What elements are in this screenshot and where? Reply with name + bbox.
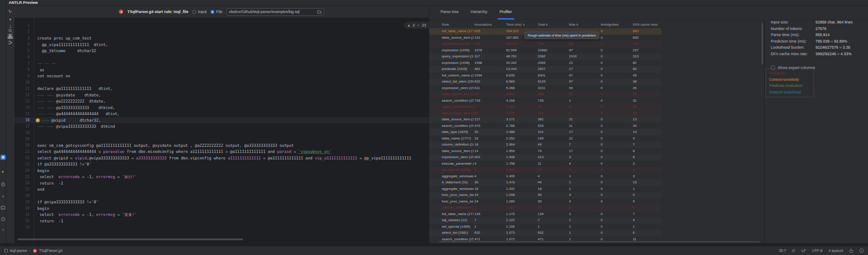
unlock-icon[interactable] <box>849 248 853 253</box>
branch-icon[interactable]: Y <box>0 227 6 232</box>
profiler-row[interactable]: full_table_name (1773)1391.179139107 <box>429 211 661 218</box>
radio-on-icon[interactable] <box>210 10 214 14</box>
profiler-row[interactable]: expression_elem (1590)6115.266321199026 <box>429 85 661 92</box>
code-line[interactable]: 12——— ——— @sysdate dtdate, <box>14 92 429 99</box>
profiler-row[interactable]: query_specification (…74.101298219 <box>429 104 661 110</box>
column-header[interactable]: Rule <box>442 23 473 26</box>
profiler-row[interactable]: expression_elem (1589)4021.948413308 <box>429 154 661 161</box>
code-line[interactable]: 1 <box>14 23 429 29</box>
editor-horizontal-scrollbar[interactable] <box>17 238 243 240</box>
profiler-row[interactable]: if_statement (31)351.476441015 <box>429 179 661 186</box>
code-line[interactable]: 22select @vipid = vipid,@vipa33333333333… <box>14 155 429 162</box>
antlr-preview-icon[interactable]: ▣ <box>0 155 6 160</box>
structure-icon[interactable] <box>7 40 13 45</box>
indent-setting[interactable]: 4 spaces <box>829 248 843 253</box>
table-horizontal-scrollbar[interactable] <box>439 241 760 242</box>
column-header[interactable]: Total k <box>538 23 548 26</box>
profiler-row[interactable]: select_list_elem (1592)6326.669612997038 <box>429 79 661 85</box>
code-line[interactable]: 18 <box>14 130 429 136</box>
code-line[interactable]: 31 select errorcode = -1, errormsg = '准备… <box>14 212 429 218</box>
profiler-table-header[interactable]: RuleInvocationsTime (ms)∨Total kMax kAmb… <box>429 23 759 28</box>
notifications-icon[interactable]: ! <box>859 248 864 253</box>
code-line[interactable]: 16 ——— @vipid dtchar32, <box>14 117 429 124</box>
code-line[interactable]: 32 return -1 <box>14 218 429 225</box>
profiler-row[interactable]: sql_clauses (12)71.1227104 <box>429 217 661 224</box>
profiler-row[interactable]: execute_statement (…31.22228619 <box>429 205 661 211</box>
code-line[interactable]: 23if @a333333333333 !='0' <box>14 161 429 168</box>
column-header[interactable]: Ambiguities <box>601 23 618 26</box>
code-line[interactable]: 9set nocount on <box>14 73 429 79</box>
code-line[interactable]: 5 @p_tblname dtchar32 <box>14 48 429 54</box>
file-path-input[interactable]: ebelice/Github/tsql-parser/examples/big.… <box>227 8 324 16</box>
code-line[interactable]: 27end <box>14 186 429 193</box>
profiler-row[interactable]: search_condition (1519)7354.1587351031 <box>429 98 661 104</box>
inspections-widget[interactable]: ▲ 2 ✓ 23 ∧ ∨ <box>404 22 429 29</box>
stop-icon[interactable]: ■ <box>7 17 13 22</box>
radio-off-icon[interactable] <box>192 10 196 14</box>
refresh-icon[interactable]: ↻ <box>7 9 13 14</box>
code-line[interactable]: 2 <box>14 29 429 36</box>
profiler-row[interactable]: data_type (1829)322.48811417014 <box>429 129 661 136</box>
editor[interactable]: TSqlParser.g4 start rule: tsql_file Inpu… <box>14 6 429 243</box>
code-line[interactable]: 6 <box>14 54 429 61</box>
column-header[interactable]: Invocations <box>474 23 492 26</box>
search-icon[interactable] <box>7 28 13 33</box>
profiler-row[interactable]: aggregate_windowed…181.33118101 <box>429 186 661 192</box>
profiler-row[interactable]: set_special (1483)11.54514516 <box>429 167 661 173</box>
code-line[interactable]: 20exec nb_com_getsysconfig @a11111111111… <box>14 142 429 149</box>
code-line[interactable]: 25 select errorcode = -1, errormsg = '执行… <box>14 174 429 180</box>
caret-position[interactable]: 30:7 <box>779 248 786 253</box>
code-line[interactable]: 3create proc up_com_test <box>14 35 429 42</box>
profiler-row[interactable]: table_source_item (15…744.82938815446 <box>429 91 661 98</box>
folder-icon[interactable] <box>317 10 322 14</box>
profiler-row[interactable]: set_special (1485)11.1051101 <box>429 224 661 230</box>
highlighting-off-icon[interactable]: ∅ <box>792 248 796 253</box>
code-line[interactable]: 17——— ——— @vipa333333333333 dtkind <box>14 123 429 130</box>
code-line[interactable]: 29if @vipa333333333333 !='0' <box>14 199 429 205</box>
profiler-row[interactable]: expression (1495)197852.99910982970237 <box>429 47 661 54</box>
profiler-row[interactable]: table_source_item (15…141.959741708 <box>429 148 661 155</box>
code-line[interactable]: 10 <box>14 79 429 86</box>
table-vertical-scrollbar[interactable] <box>762 23 763 64</box>
code-area[interactable]: 123create proc up_com_test4 @p_vipa11111… <box>14 18 429 231</box>
profiler-row[interactable]: table_name (1777)332.2521992109 <box>429 136 661 142</box>
profiler-row[interactable]: expression (1496)11663.919748184147 <box>429 41 661 47</box>
status-file-name[interactable]: TSqlParser.g4 <box>39 248 62 253</box>
code-line[interactable]: 26 return -1 <box>14 180 429 187</box>
tab-profiler[interactable]: Profiler <box>500 10 512 20</box>
antlr-tool-icon[interactable]: A <box>0 182 6 187</box>
profiler-row[interactable]: expression (1498)199820.342206421082 <box>429 60 661 66</box>
status-project-name[interactable]: tsql-parser <box>10 248 27 253</box>
terminal-icon[interactable]: >_ <box>0 205 6 210</box>
code-line[interactable]: 14——— ——— @a333333333333 dtkind, <box>14 105 429 111</box>
profiler-row[interactable]: table_source_item (15…1273.17138121013 <box>429 116 661 123</box>
file-radio[interactable]: File <box>210 10 223 14</box>
profiler-row[interactable]: func_proc_name_data…241.29895405 <box>429 192 661 199</box>
code-line[interactable]: 21select @a4444444444444444 = paravalue … <box>14 149 429 155</box>
column-header[interactable]: Max k <box>569 23 578 26</box>
code-line[interactable]: 19 <box>14 136 429 142</box>
hierarchy-icon[interactable] <box>7 33 13 39</box>
column-header[interactable]: DFA cache miss <box>633 23 658 26</box>
code-line[interactable]: 13——— ——— @a2222222222 dtdate, <box>14 98 429 105</box>
tab-parse-tree[interactable]: Parse tree <box>441 10 459 20</box>
input-radio[interactable]: Input <box>192 10 207 14</box>
profiler-row[interactable]: full_column_name (17…10948.635830197045 <box>429 73 661 79</box>
code-line[interactable]: 15——— ——— @a4444444444444444 dtint, <box>14 111 429 117</box>
project-window-icon[interactable] <box>4 249 8 252</box>
code-line[interactable]: 4 @p_vipa1111111111111 dtint, <box>14 42 429 48</box>
profiler-row[interactable]: func_proc_name_serv…241.28995405 <box>429 199 661 205</box>
file-path-value[interactable]: ebelice/Github/tsql-parser/examples/big.… <box>229 10 316 14</box>
profiler-row[interactable]: aggregate_windowed…41.4954103 <box>429 173 661 180</box>
profiler-row[interactable]: predicate (1525)46113.444292717080 <box>429 66 661 73</box>
profiler-row[interactable]: column_definition (1421)182.06449707 <box>429 142 661 148</box>
profiler-row[interactable]: execute_parameter (1…41.75811403 <box>429 161 661 167</box>
encoding[interactable]: UTF-8 <box>812 248 822 253</box>
code-line[interactable]: 11declare @a1111111111111 dtint, <box>14 86 429 92</box>
column-header[interactable]: Time (ms)∨ <box>506 23 525 26</box>
code-line[interactable]: 30begin <box>14 205 429 212</box>
code-line[interactable]: 24begin <box>14 168 429 174</box>
code-line[interactable]: 28 <box>14 193 429 199</box>
code-line[interactable]: 7—— —— —— <box>14 60 429 67</box>
code-line[interactable]: 8 as <box>14 67 429 73</box>
